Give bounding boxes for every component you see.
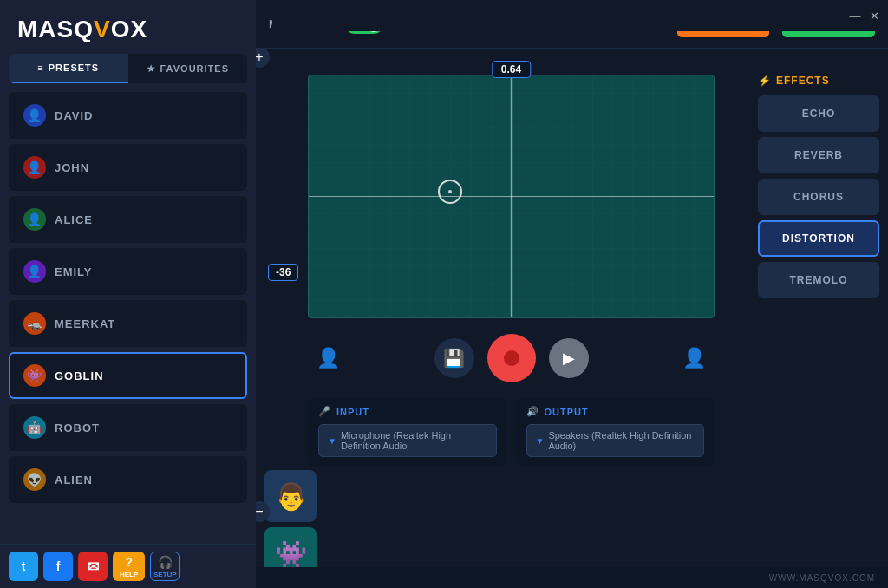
- output-device-selector[interactable]: ▼ Speakers (Realtek High Definition Audi…: [526, 424, 705, 457]
- zoom-in-button[interactable]: +: [256, 49, 270, 68]
- website-label: WWW.MASQVOX.COM: [769, 573, 875, 583]
- main-panel: — ✕ MASQVOX NORMAL BUY NOW ACTIVATE +: [256, 0, 888, 588]
- microphone-icon: 🎤: [318, 406, 331, 417]
- avatar-goblin: 👾: [23, 364, 46, 387]
- avatar-meerkat: 🦡: [23, 312, 46, 335]
- preset-item-emily[interactable]: 👤 EMILY: [9, 248, 247, 295]
- preset-item-john[interactable]: 👤 JOHN: [9, 144, 247, 191]
- tab-bar: ≡ PRESETS ★ FAVOURITES: [9, 54, 247, 83]
- save-button[interactable]: 💾: [434, 338, 474, 378]
- left-value-badge: -36: [268, 264, 298, 281]
- input-device-selector[interactable]: ▼ Microphone (Realtek High Definition Au…: [318, 424, 497, 457]
- effect-echo[interactable]: ECHO: [758, 95, 879, 132]
- tab-favourites[interactable]: ★ FAVOURITES: [128, 54, 248, 83]
- effects-panel: ⚡ EFFECTS ECHO REVERB CHORUS DISTORTION …: [758, 75, 879, 579]
- minimize-button[interactable]: —: [848, 9, 862, 23]
- save-icon: 💾: [443, 348, 465, 369]
- avatar-alice: 👤: [23, 208, 46, 231]
- effect-tremolo[interactable]: TREMOLO: [758, 262, 879, 298]
- help-button[interactable]: ? HELP: [113, 552, 145, 581]
- mail-icon: ✉: [88, 559, 99, 575]
- record-button[interactable]: [487, 334, 536, 382]
- output-person-icon: 👤: [682, 347, 706, 369]
- avatar-strip: 👨 👾: [264, 470, 320, 579]
- setup-label: SETUP: [153, 571, 177, 578]
- preset-item-meerkat[interactable]: 🦡 MEERKAT: [9, 300, 247, 347]
- output-box: 🔊 OUTPUT ▼ Speakers (Realtek High Defini…: [516, 397, 715, 466]
- play-icon: ▶: [563, 349, 575, 368]
- twitter-icon: t: [22, 559, 26, 573]
- input-box: 🎤 INPUT ▼ Microphone (Realtek High Defin…: [308, 397, 507, 466]
- input-person-icon: 👤: [317, 347, 340, 369]
- output-label: 🔊 OUTPUT: [526, 406, 705, 417]
- preset-item-david[interactable]: 👤 DAVID: [9, 92, 247, 139]
- avatar-robot: 🤖: [23, 416, 46, 439]
- avatar-human[interactable]: 👨: [264, 470, 317, 522]
- tab-presets[interactable]: ≡ PRESETS: [9, 54, 128, 83]
- center-panel: + 0.64 -36: [264, 75, 749, 579]
- preset-item-alice[interactable]: 👤 ALICE: [9, 196, 247, 243]
- minus-icon: −: [256, 504, 264, 519]
- help-label: HELP: [120, 571, 138, 578]
- app-logo: MASQVOX: [17, 16, 147, 43]
- preset-item-alien[interactable]: 👽 ALIEN: [9, 456, 247, 503]
- lightning-icon: ⚡: [758, 75, 772, 87]
- facebook-button[interactable]: f: [43, 552, 73, 581]
- play-button[interactable]: ▶: [549, 338, 589, 378]
- presets-icon: ≡: [37, 62, 43, 73]
- effect-chorus[interactable]: CHORUS: [758, 179, 879, 215]
- question-icon: ?: [125, 555, 133, 569]
- title-bar: — ✕: [272, 0, 888, 31]
- top-value-badge: 0.64: [492, 61, 531, 78]
- avatar-alien: 👽: [23, 468, 46, 491]
- io-section: 🎤 INPUT ▼ Microphone (Realtek High Defin…: [308, 397, 715, 470]
- sidebar: MASQVOX ≡ PRESETS ★ FAVOURITES 👤 DAVID 👤…: [0, 0, 256, 588]
- effects-header: ⚡ EFFECTS: [758, 75, 879, 90]
- speaker-icon: 🔊: [526, 406, 539, 417]
- record-indicator: [504, 350, 519, 366]
- sidebar-bottom: t f ✉ ? HELP 🎧 SETUP: [0, 544, 256, 588]
- dropdown-arrow-icon: ▼: [328, 436, 336, 446]
- grid-svg: [309, 75, 714, 317]
- logo-area: MASQVOX: [0, 0, 256, 54]
- star-icon: ★: [147, 63, 156, 75]
- avatar-david: 👤: [23, 104, 46, 127]
- facebook-icon: f: [56, 559, 61, 573]
- twitter-button[interactable]: t: [9, 552, 38, 581]
- mail-button[interactable]: ✉: [78, 552, 108, 581]
- close-button[interactable]: ✕: [867, 9, 881, 23]
- avatar-john: 👤: [23, 156, 46, 179]
- avatar-emily: 👤: [23, 260, 46, 283]
- input-label: 🎤 INPUT: [318, 406, 497, 417]
- content-area: + 0.64 -36: [256, 49, 888, 588]
- effect-reverb[interactable]: REVERB: [758, 137, 879, 173]
- dropdown-arrow-icon-out: ▼: [536, 436, 545, 446]
- plus-icon: +: [256, 49, 264, 65]
- preset-list: 👤 DAVID 👤 JOHN 👤 ALICE 👤 EMILY 🦡 MEERKAT…: [0, 92, 256, 544]
- setup-button[interactable]: 🎧 SETUP: [150, 552, 180, 581]
- effect-distortion[interactable]: DISTORTION: [758, 220, 879, 257]
- pitch-grid[interactable]: [308, 75, 715, 318]
- status-bar: WWW.MASQVOX.COM: [256, 567, 888, 588]
- headset-icon: 🎧: [158, 555, 173, 569]
- controls-row: 👤 💾 ▶ 👤: [308, 325, 715, 387]
- preset-item-robot[interactable]: 🤖 ROBOT: [9, 404, 247, 451]
- crosshair: [438, 180, 462, 204]
- preset-item-goblin[interactable]: 👾 GOBLIN: [9, 352, 247, 399]
